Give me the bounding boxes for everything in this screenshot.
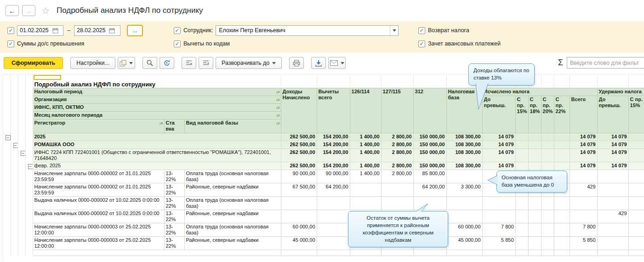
value-cell[interactable]: [570, 170, 597, 183]
value-cell[interactable]: [482, 197, 515, 210]
value-cell[interactable]: [554, 141, 570, 149]
subcol-calc-20[interactable]: С пр. 20%: [541, 96, 554, 133]
value-cell[interactable]: [528, 197, 541, 210]
favorite-star-icon[interactable]: ☆: [41, 5, 50, 16]
value-cell[interactable]: 90 000,00: [317, 170, 350, 183]
header-organization[interactable]: ↓≡ Организация: [33, 96, 281, 104]
row-label[interactable]: 2025: [33, 133, 281, 141]
value-cell[interactable]: 429: [570, 183, 597, 197]
employee-dropdown-button[interactable]: [390, 26, 398, 35]
value-cell[interactable]: 1 400,00: [350, 141, 381, 149]
value-cell[interactable]: [554, 149, 570, 162]
value-cell[interactable]: [528, 237, 541, 250]
value-cell[interactable]: [570, 197, 597, 210]
period-to-input[interactable]: [74, 27, 108, 34]
subcol-calc-22[interactable]: С пр. 22%: [554, 96, 570, 133]
value-cell[interactable]: [515, 197, 528, 210]
collapse-group-toggle[interactable]: −: [6, 135, 11, 140]
row-label[interactable]: февр. 2025: [33, 162, 281, 170]
header-registrar[interactable]: ↓≡ Регистратор: [33, 120, 164, 133]
value-cell[interactable]: [446, 210, 482, 223]
tax-rate-cell[interactable]: 13-22%: [164, 170, 184, 183]
col-header-126-114[interactable]: 126/114: [350, 88, 381, 133]
value-cell[interactable]: 45 000,00: [281, 237, 317, 250]
value-cell[interactable]: 108 300,00: [446, 162, 482, 170]
tax-base-kind-cell[interactable]: Оплата труда (основная налоговая база): [184, 197, 281, 210]
value-cell[interactable]: 154 200,00: [317, 141, 350, 149]
tax-rate-cell[interactable]: 13-22%: [164, 197, 184, 210]
value-cell[interactable]: [541, 237, 554, 250]
value-cell[interactable]: [446, 170, 482, 183]
value-cell[interactable]: 108 300,00: [446, 149, 482, 162]
value-cell[interactable]: 14 079: [570, 149, 597, 162]
value-cell[interactable]: 154 200,00: [317, 162, 350, 170]
header-tax-period[interactable]: ↓≡ Налоговый период: [33, 88, 281, 96]
value-cell[interactable]: [515, 133, 528, 141]
period-from-field[interactable]: [17, 25, 63, 36]
value-cell[interactable]: 7 800: [482, 223, 515, 237]
value-cell[interactable]: [317, 210, 350, 223]
value-cell[interactable]: 1 400,00: [350, 162, 381, 170]
value-cell[interactable]: 2 800,00: [381, 170, 413, 183]
value-cell[interactable]: 2 800,00: [381, 141, 413, 149]
value-cell[interactable]: 14 079: [597, 141, 628, 149]
value-cell[interactable]: 150 000,00: [413, 149, 446, 162]
sort-icon[interactable]: ↓≡: [276, 113, 279, 119]
value-cell[interactable]: 108 300,00: [446, 141, 482, 149]
tax-base-kind-cell[interactable]: Районные, северные надбавки: [184, 183, 281, 197]
value-cell[interactable]: 429: [597, 210, 628, 223]
collapse-groups-button[interactable]: [182, 57, 196, 69]
value-cell[interactable]: [597, 183, 628, 197]
header-rate[interactable]: Ставка: [164, 120, 184, 133]
period-more-button[interactable]: ...: [127, 25, 143, 36]
collapse-group-toggle[interactable]: −: [13, 143, 18, 148]
value-cell[interactable]: 5 850: [482, 237, 515, 250]
value-cell[interactable]: 5 850: [570, 237, 597, 250]
value-cell[interactable]: 150 000,00: [413, 133, 446, 141]
value-cell[interactable]: [528, 223, 541, 237]
value-cell[interactable]: 60 000,00: [281, 223, 317, 237]
value-cell[interactable]: 14 079: [597, 162, 628, 170]
value-cell[interactable]: [350, 183, 381, 197]
value-cell[interactable]: [317, 237, 350, 250]
value-cell[interactable]: [317, 223, 350, 237]
value-cell[interactable]: [381, 197, 413, 210]
value-cell[interactable]: [541, 197, 554, 210]
value-cell[interactable]: 150 000,00: [413, 162, 446, 170]
sums-excess-checkbox[interactable]: ✓: [7, 40, 14, 47]
email-button[interactable]: [328, 57, 346, 69]
col-group-withheld[interactable]: Удержано налога: [597, 88, 644, 96]
value-cell[interactable]: 14 079: [597, 149, 628, 162]
col-group-calculated[interactable]: Исчислено налога: [482, 88, 597, 96]
value-cell[interactable]: 14 079: [482, 162, 515, 170]
value-cell[interactable]: 2 800,00: [381, 162, 413, 170]
value-cell[interactable]: 45 000,00: [446, 237, 482, 250]
report-filter-input[interactable]: [567, 57, 644, 68]
value-cell[interactable]: 60 000,00: [446, 223, 482, 237]
report-variants-button[interactable]: [118, 57, 135, 69]
period-from-input[interactable]: [17, 27, 51, 34]
expand-groups-button[interactable]: [199, 57, 213, 69]
value-cell[interactable]: [554, 133, 570, 141]
autosum-indicator[interactable]: Σ: [558, 58, 563, 68]
sort-icon[interactable]: ↓≡: [276, 97, 279, 103]
calendar-icon[interactable]: [108, 28, 117, 34]
collapse-group-toggle[interactable]: −: [21, 151, 26, 156]
value-cell[interactable]: [482, 210, 515, 223]
tax-rate-cell[interactable]: 13-22%: [164, 237, 184, 250]
value-cell[interactable]: 64 200,00: [413, 183, 446, 197]
value-cell[interactable]: 2 800,00: [381, 149, 413, 162]
value-cell[interactable]: [628, 223, 644, 237]
value-cell[interactable]: 2 800,00: [381, 133, 413, 141]
value-cell[interactable]: [597, 170, 628, 183]
value-cell[interactable]: [515, 237, 528, 250]
value-cell[interactable]: [628, 149, 644, 162]
tax-rate-cell[interactable]: 13-22%: [164, 223, 184, 237]
value-cell[interactable]: 1 400,00: [350, 149, 381, 162]
value-cell[interactable]: 14 079: [482, 149, 515, 162]
calendar-icon[interactable]: [51, 28, 60, 34]
value-cell[interactable]: [628, 170, 644, 183]
print-button[interactable]: [289, 57, 304, 69]
value-cell[interactable]: [515, 149, 528, 162]
value-cell[interactable]: [541, 141, 554, 149]
